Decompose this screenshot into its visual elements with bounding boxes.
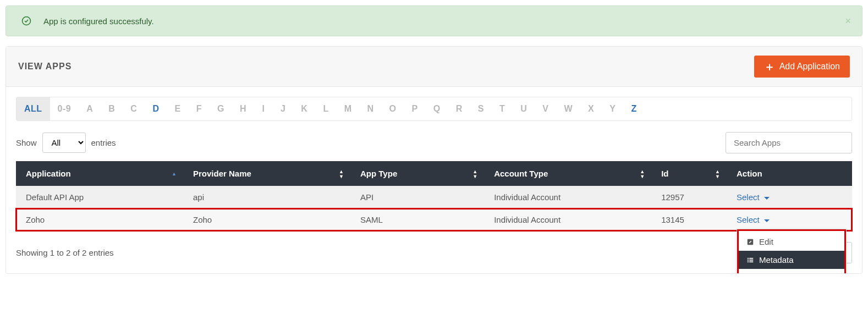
card-header: VIEW APPS ＋ Add Application: [6, 47, 862, 87]
cell-apptype: API: [350, 186, 484, 208]
length-select[interactable]: All: [42, 133, 86, 153]
filter-all[interactable]: ALL: [17, 97, 50, 120]
table-row: ZohoZohoSAMLIndividual Account13145Selec…: [16, 208, 852, 231]
dropdown-edit[interactable]: Edit: [737, 233, 846, 251]
action-select[interactable]: Select: [737, 192, 770, 202]
filter-e[interactable]: E: [167, 97, 188, 120]
col-id[interactable]: Id ▲▼: [651, 161, 727, 186]
filter-i[interactable]: I: [254, 97, 273, 120]
filter-y[interactable]: Y: [602, 97, 623, 120]
filter-w[interactable]: W: [556, 97, 580, 120]
sort-asc-icon: ▲: [172, 172, 177, 176]
sort-icon: ▲▼: [640, 169, 645, 178]
col-application[interactable]: Application ▲: [16, 161, 183, 186]
svg-rect-3: [749, 257, 753, 258]
svg-rect-4: [748, 260, 749, 261]
success-alert: App is configured successfuly. ×: [6, 5, 862, 36]
apps-card: VIEW APPS ＋ Add Application ALL0-9ABCDEF…: [6, 46, 862, 274]
cell-provider: Zoho: [183, 208, 350, 231]
filter-t[interactable]: T: [492, 97, 513, 120]
filter-j[interactable]: J: [273, 97, 293, 120]
filter-m[interactable]: M: [337, 97, 360, 120]
search-input[interactable]: [726, 132, 852, 153]
dropdown-show-sso[interactable]: Show SSO Link: [737, 269, 846, 274]
filter-k[interactable]: K: [293, 97, 315, 120]
svg-rect-6: [748, 261, 749, 262]
cell-accounttype: Individual Account: [484, 208, 651, 231]
col-accounttype[interactable]: Account Type ▲▼: [484, 161, 651, 186]
col-apptype[interactable]: App Type ▲▼: [350, 161, 484, 186]
page-title: VIEW APPS: [18, 62, 72, 71]
table-info: Showing 1 to 2 of 2 entries: [16, 248, 114, 257]
svg-rect-5: [749, 260, 753, 261]
check-circle-icon: [21, 16, 31, 26]
cell-id: 13145: [651, 208, 727, 231]
cell-provider: api: [183, 186, 350, 208]
alert-message: App is configured successfuly.: [43, 16, 154, 26]
filter-g[interactable]: G: [210, 97, 232, 120]
show-label: Show: [16, 138, 37, 147]
svg-rect-2: [748, 257, 749, 258]
cell-apptype: SAML: [350, 208, 484, 231]
add-application-button[interactable]: ＋ Add Application: [754, 56, 850, 78]
list-icon: [746, 256, 755, 264]
action-dropdown: Edit Metadata Show SSO Link Delete: [737, 229, 847, 274]
cell-id: 12957: [651, 186, 727, 208]
filter-z[interactable]: Z: [623, 97, 644, 120]
action-select[interactable]: Select: [737, 215, 770, 224]
col-action: Action: [727, 161, 852, 186]
filter-0-9[interactable]: 0-9: [50, 97, 79, 120]
alphabet-filter: ALL0-9ABCDEFGHIJKLMNOPQRSTUVWXYZ: [16, 97, 852, 121]
filter-f[interactable]: F: [189, 97, 210, 120]
sort-icon: ▲▼: [339, 169, 344, 178]
cell-application: Default API App: [16, 186, 183, 208]
length-control: Show All entries: [16, 133, 116, 153]
plus-icon: ＋: [764, 61, 775, 72]
filter-v[interactable]: V: [535, 97, 556, 120]
filter-c[interactable]: C: [123, 97, 145, 120]
filter-r[interactable]: R: [448, 97, 470, 120]
filter-b[interactable]: B: [101, 97, 123, 120]
svg-rect-7: [749, 261, 753, 262]
caret-down-icon: [764, 197, 770, 200]
sort-icon: ▲▼: [473, 169, 477, 178]
col-provider[interactable]: Provider Name ▲▼: [183, 161, 350, 186]
sort-icon: ▲▼: [715, 169, 720, 178]
caret-down-icon: [764, 219, 770, 222]
cell-accounttype: Individual Account: [484, 186, 651, 208]
close-icon[interactable]: ×: [845, 15, 851, 27]
entries-label: entries: [91, 138, 116, 147]
filter-h[interactable]: H: [232, 97, 254, 120]
table-row: Default API AppapiAPIIndividual Account1…: [16, 186, 852, 208]
filter-a[interactable]: A: [79, 97, 101, 120]
apps-table: Application ▲ Provider Name ▲▼ App Type …: [16, 161, 852, 231]
filter-o[interactable]: O: [382, 97, 404, 120]
filter-u[interactable]: U: [513, 97, 535, 120]
filter-x[interactable]: X: [580, 97, 602, 120]
svg-point-0: [23, 17, 31, 25]
dropdown-metadata[interactable]: Metadata: [737, 251, 846, 269]
filter-q[interactable]: Q: [426, 97, 448, 120]
filter-n[interactable]: N: [360, 97, 382, 120]
add-button-label: Add Application: [779, 62, 840, 71]
edit-icon: [746, 238, 755, 246]
filter-p[interactable]: P: [404, 97, 426, 120]
filter-l[interactable]: L: [315, 97, 336, 120]
filter-d[interactable]: D: [145, 97, 167, 120]
filter-s[interactable]: S: [470, 97, 492, 120]
cell-application: Zoho: [16, 208, 183, 231]
